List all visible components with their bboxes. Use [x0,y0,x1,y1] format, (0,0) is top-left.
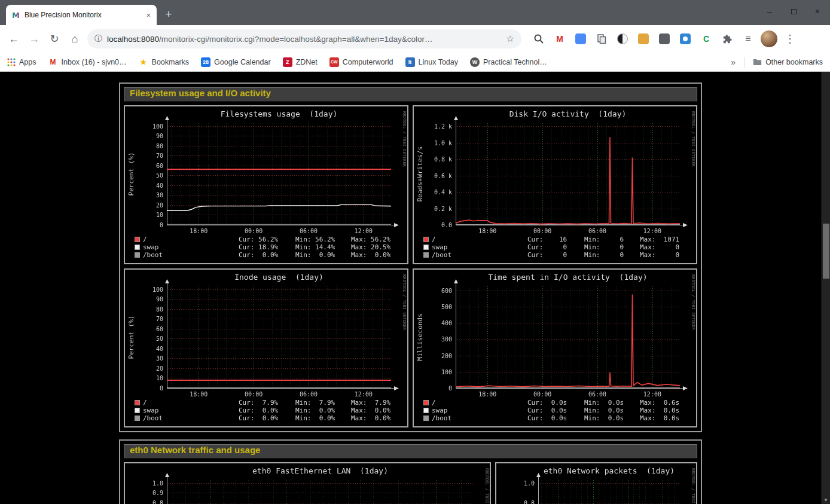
camera-extension-icon[interactable] [678,31,693,47]
url-host: localhost:8080 [107,35,159,44]
home-button[interactable]: ⌂ [67,31,83,47]
maximize-icon [791,9,797,14]
key-extension-icon[interactable] [573,31,588,47]
bookmark-label: Apps [19,58,36,66]
section-filesystem-title: Filesystem usage and I/O activity [124,87,697,102]
scrollbar-thumb[interactable] [823,224,829,279]
bookmark-zdnet[interactable]: Z ZDNet [283,57,318,67]
graph-box-eth0-lan [124,462,491,504]
apps-grid-icon [7,58,16,66]
folder-icon [753,58,762,66]
extensions-row: M C [531,31,756,47]
other-bookmarks-button[interactable]: Other bookmarks [753,58,823,66]
graph-box-eth0-packets [495,462,697,504]
magnifier-icon [533,33,544,44]
star-icon: ★ [139,57,148,67]
layers-extension-icon[interactable] [636,31,651,47]
reading-list-icon: ≡ [745,33,750,44]
bookmark-google-calendar[interactable]: 28 Google Calendar [201,57,271,67]
section-network-title: eth0 Network traffic and usage [124,444,697,459]
gray-square-icon [659,33,670,44]
bookmark-computerworld[interactable]: CW Computerworld [329,57,393,67]
monitorix-dashboard: Filesystem usage and I/O activity [119,83,702,504]
graph-eth0-packets[interactable] [496,463,696,504]
url-text: localhost:8080/monitorix-cgi/monitorix.c… [107,35,502,44]
bookmark-apps[interactable]: Apps [7,58,36,66]
gmail-m-glyph: M [556,34,563,44]
bookmark-label: ZDNet [296,58,318,66]
other-bookmarks-label: Other bookmarks [765,58,823,66]
bookmark-label: Practical Technol… [483,58,547,66]
profile-avatar[interactable] [761,30,777,47]
wordpress-icon: W [470,57,480,67]
minimize-button[interactable]: – [765,6,774,16]
bookmarks-separator [744,57,744,68]
screenshot-extension-icon[interactable] [657,31,672,47]
bookmarks-overflow-chevron[interactable]: » [731,57,736,67]
computerworld-icon: CW [329,57,339,67]
forward-button[interactable]: → [26,31,42,47]
tab-close-icon[interactable]: × [146,11,151,20]
assistant-extension-icon[interactable]: C [698,31,714,47]
bookmark-label: Linux Today [419,58,459,66]
browser-menu-button[interactable]: ⋮ [782,31,798,47]
bookmarks-bar: Apps M Inbox (16) - sjvn0… ★ Bookmarks 2… [0,53,830,72]
new-tab-button[interactable]: + [160,6,177,23]
bookmark-label: Computerworld [343,58,393,66]
contrast-extension-icon[interactable] [615,31,630,47]
graph-disk-io-activity[interactable] [414,106,696,263]
tab-title: Blue Precision Monitorix [25,11,141,19]
graph-time-in-io[interactable] [414,270,696,426]
site-info-icon[interactable]: ⓘ [94,33,102,44]
bookmark-practical-technology[interactable]: W Practical Technol… [470,57,547,67]
bookmark-bookmarks[interactable]: ★ Bookmarks [139,57,190,67]
zdnet-icon: Z [283,57,292,67]
graph-inode-usage[interactable] [125,270,407,426]
graph-box-inode-usage [124,268,408,427]
browser-toolbar: ← → ↻ ⌂ ⓘ localhost:8080/monitorix-cgi/m… [0,25,830,53]
bookmarks-right-group: » Other bookmarks [731,57,823,68]
graph-box-time-in-io [413,268,697,427]
search-extension-icon[interactable] [531,31,547,47]
yellow-stack-icon [638,33,649,44]
bookmark-inbox[interactable]: M Inbox (16) - sjvn0… [48,57,127,67]
bookmark-label: Google Calendar [214,58,271,66]
scrollbar[interactable]: ▼ [821,72,830,504]
calendar-icon: 28 [201,57,210,67]
close-window-button[interactable]: × [813,6,822,16]
graph-eth0-lan[interactable] [125,463,490,504]
green-c-glyph: C [703,34,709,44]
reading-list-button[interactable]: ≡ [740,31,756,47]
copy-extension-icon[interactable] [594,31,609,47]
monitorix-favicon-icon: M [12,11,20,20]
tab-strip: M Blue Precision Monitorix × + – × [0,0,830,25]
linux-today-icon: lt [405,57,415,67]
bookmark-linux-today[interactable]: lt Linux Today [405,57,459,67]
gmail-icon: M [48,57,58,67]
browser-tab[interactable]: M Blue Precision Monitorix × [6,5,157,25]
half-dark-circle-icon [617,33,628,44]
window-controls: – × [765,0,822,22]
browser-window: M Blue Precision Monitorix × + – × ← → ↻… [0,0,830,504]
graph-filesystems-usage[interactable] [125,106,407,263]
bookmark-label: Inbox (16) - sjvn0… [62,58,127,66]
gmail-extension-icon[interactable]: M [552,31,567,47]
puzzle-icon [722,33,733,45]
blue-square-icon [575,33,586,44]
bookmark-star-icon[interactable]: ☆ [506,33,514,44]
copy-pages-icon [596,33,607,44]
bookmark-label: Bookmarks [152,58,190,66]
reload-button[interactable]: ↻ [47,31,62,47]
section-network: eth0 Network traffic and usage [119,439,702,504]
graph-box-disk-io [413,105,697,264]
camera-lens-icon [680,33,691,44]
url-path: /monitorix-cgi/monitorix.cgi?mode=localh… [159,35,432,44]
maximize-button[interactable] [789,6,798,16]
graph-box-filesystems-usage [124,105,408,264]
extensions-menu-button[interactable] [719,31,735,47]
section-filesystem: Filesystem usage and I/O activity [119,83,702,432]
scroll-down-icon[interactable]: ▼ [822,497,830,503]
page-content: Filesystem usage and I/O activity [0,72,830,504]
back-button[interactable]: ← [6,31,22,47]
address-bar[interactable]: ⓘ localhost:8080/monitorix-cgi/monitorix… [87,29,521,48]
